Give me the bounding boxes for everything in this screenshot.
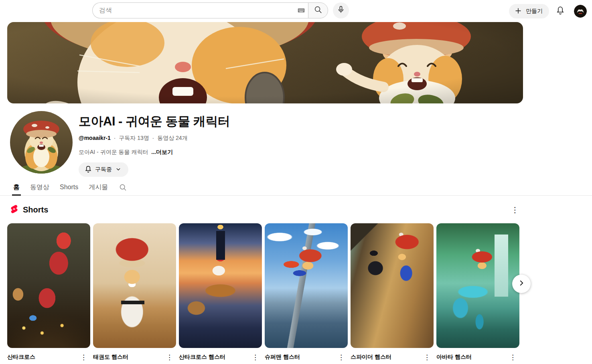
channel-description-text: 모아AI - 귀여운 동물 캐릭터: [79, 149, 148, 155]
youtube-channel-page: 만들기: [0, 0, 592, 364]
video-menu-icon[interactable]: ⋮: [424, 353, 434, 361]
shorts-video-title[interactable]: 스파이더 햄스터: [351, 353, 391, 360]
channel-avatar: [10, 111, 73, 174]
channel-title: 모아AI - 귀여운 동물 캐릭터: [79, 113, 230, 130]
shorts-video-title[interactable]: 태권도 햄스터: [93, 353, 128, 360]
channel-info: 모아AI - 귀여운 동물 캐릭터 @moaaikr-1 · 구독자 13명 ·…: [79, 113, 230, 177]
search-input[interactable]: [99, 7, 294, 14]
shorts-card: 스파이더 햄스터 ⋮: [351, 223, 434, 361]
tab-videos[interactable]: 동영상: [25, 179, 55, 195]
shorts-video-title[interactable]: 산타크로스: [7, 353, 35, 360]
subscribed-label: 구독중: [95, 166, 112, 173]
channel-search-icon[interactable]: [113, 179, 133, 195]
subscribed-button[interactable]: 구독중: [79, 162, 128, 177]
shorts-thumbnail[interactable]: [436, 223, 519, 348]
shorts-section-menu-icon[interactable]: ⋮: [509, 204, 521, 215]
channel-handle: @moaaikr-1: [79, 135, 111, 141]
create-button[interactable]: 만들기: [509, 4, 549, 18]
shorts-card: 산타크로스 햄스터 ⋮: [179, 223, 262, 361]
shorts-section-title: Shorts: [23, 205, 48, 214]
shorts-thumbnail[interactable]: [7, 223, 90, 348]
more-link[interactable]: ...더보기: [151, 149, 173, 155]
bell-icon: [556, 6, 565, 17]
subscriber-count: 구독자 13명: [119, 135, 149, 141]
video-menu-icon[interactable]: ⋮: [166, 353, 176, 361]
chevron-down-icon: [115, 166, 122, 174]
channel-meta: @moaaikr-1 · 구독자 13명 · 동영상 24개: [79, 135, 230, 142]
search-box: [92, 2, 308, 18]
shorts-video-title[interactable]: 아바타 햄스터: [436, 353, 472, 360]
create-button-label: 만들기: [526, 8, 543, 15]
shorts-logo-icon: [10, 204, 19, 216]
shorts-video-title[interactable]: 산타크로스 햄스터: [179, 353, 225, 360]
video-count: 동영상 24개: [157, 135, 187, 141]
shorts-thumbnail[interactable]: [93, 223, 176, 348]
video-menu-icon[interactable]: ⋮: [252, 353, 262, 361]
shorts-card: 태권도 햄스터 ⋮: [93, 223, 176, 361]
account-avatar[interactable]: [574, 5, 587, 18]
search-button[interactable]: [308, 2, 328, 18]
search-icon: [314, 5, 322, 16]
shorts-thumbnail[interactable]: [265, 223, 348, 348]
shorts-section-header: Shorts: [10, 204, 48, 216]
search-area: [92, 2, 349, 18]
notifications-button[interactable]: [552, 3, 568, 19]
meta-separator: ·: [152, 135, 154, 141]
carousel-next-button[interactable]: [512, 275, 531, 293]
tab-shorts[interactable]: Shorts: [55, 179, 83, 195]
shorts-card: 산타크로스 ⋮: [7, 223, 90, 361]
channel-description: 모아AI - 귀여운 동물 캐릭터 ...더보기: [79, 149, 230, 156]
shorts-carousel: 산타크로스 ⋮ 태권도 햄스터 ⋮ 산타크로스 햄스터 ⋮ 슈퍼맨 햄스터 ⋮: [7, 223, 519, 361]
video-menu-icon[interactable]: ⋮: [338, 353, 348, 361]
subscribed-bell-icon: [84, 165, 92, 174]
channel-tabs: 홈 동영상 Shorts 게시물: [0, 179, 592, 196]
channel-banner-image: [7, 22, 523, 103]
shorts-thumbnail[interactable]: [179, 223, 262, 348]
voice-search-button[interactable]: [333, 2, 349, 18]
shorts-video-title[interactable]: 슈퍼맨 햄스터: [265, 353, 300, 360]
video-menu-icon[interactable]: ⋮: [509, 353, 519, 361]
video-menu-icon[interactable]: ⋮: [80, 353, 90, 361]
meta-separator: ·: [114, 135, 116, 141]
shorts-card: 슈퍼맨 햄스터 ⋮: [265, 223, 348, 361]
keyboard-icon[interactable]: [294, 4, 308, 17]
plus-icon: [514, 6, 523, 16]
microphone-icon: [337, 5, 345, 16]
topbar-right: 만들기: [509, 3, 587, 19]
tab-posts[interactable]: 게시물: [83, 179, 113, 195]
chevron-right-icon: [517, 279, 526, 289]
tab-home[interactable]: 홈: [8, 179, 25, 195]
topbar: 만들기: [0, 0, 592, 21]
shorts-card: 아바타 햄스터 ⋮: [436, 223, 519, 361]
shorts-thumbnail[interactable]: [351, 223, 434, 348]
